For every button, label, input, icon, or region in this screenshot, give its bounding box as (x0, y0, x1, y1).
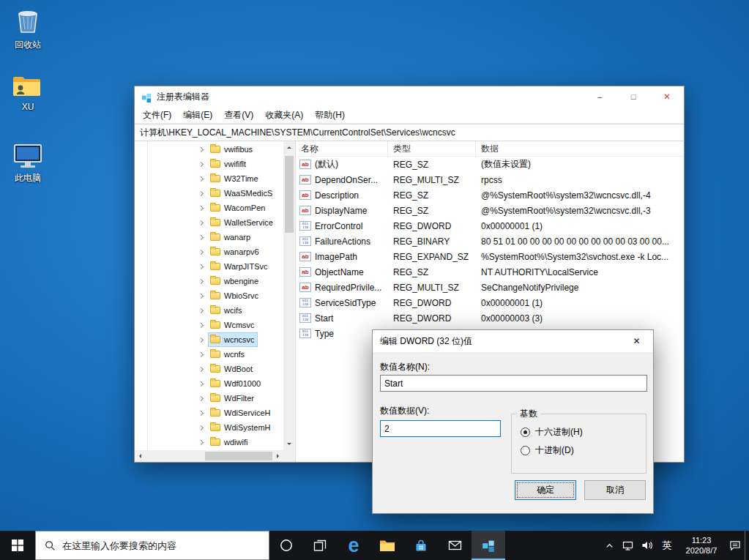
tree-item[interactable]: wdiwifi (135, 435, 283, 449)
chevron-right-icon[interactable] (198, 220, 204, 225)
mail-button[interactable] (438, 531, 472, 560)
desktop-icon-this-pc[interactable]: 此电脑 (4, 141, 51, 184)
search-input[interactable] (62, 540, 269, 551)
chevron-right-icon[interactable] (198, 322, 204, 327)
menu-item[interactable]: 收藏夹(A) (259, 108, 309, 123)
tree-item[interactable]: wanarpv6 (135, 244, 283, 259)
minimize-button[interactable]: – (583, 86, 616, 107)
close-button[interactable]: ✕ (650, 86, 684, 107)
column-header-type[interactable]: 类型 (388, 141, 476, 156)
chevron-right-icon[interactable] (198, 161, 204, 166)
cancel-button[interactable]: 取消 (584, 480, 646, 500)
value-row[interactable]: ServiceSidTypeREG_DWORD0x00000001 (1) (296, 295, 684, 310)
value-row[interactable]: DisplayNameREG_SZ@%SystemRoot%\system32\… (296, 203, 684, 218)
tree-item[interactable]: wbengine (135, 274, 283, 288)
taskbar-search[interactable] (35, 531, 269, 560)
tree-item[interactable]: WdiServiceH (135, 406, 283, 420)
tree-item[interactable]: W32Time (135, 171, 283, 186)
radio-hexadecimal[interactable]: 十六进制(H) (521, 426, 646, 438)
chevron-right-icon[interactable] (198, 249, 204, 254)
menu-item[interactable]: 查看(V) (218, 108, 259, 123)
desktop-icon-user-folder[interactable]: XU (4, 72, 51, 112)
tree-vertical-scrollbar[interactable] (283, 141, 295, 450)
chevron-right-icon[interactable] (198, 410, 204, 415)
scroll-thumb[interactable] (205, 452, 272, 460)
value-row[interactable]: ObjectNameREG_SZNT AUTHORITY\LocalServic… (296, 264, 684, 280)
chevron-right-icon[interactable] (198, 234, 204, 239)
tree-item[interactable]: wanarp (135, 230, 283, 244)
chevron-right-icon[interactable] (198, 351, 204, 356)
value-row[interactable]: DependOnSer...REG_MULTI_SZrpcss (296, 172, 684, 187)
ok-button[interactable]: 确定 (515, 480, 576, 500)
scroll-down-icon[interactable] (287, 443, 291, 447)
tree-item[interactable]: wcnfs (135, 347, 283, 362)
maximize-button[interactable]: □ (616, 86, 650, 107)
tree-item[interactable]: WalletService (135, 215, 283, 230)
column-header-name[interactable]: 名称 (296, 141, 388, 156)
column-header-data[interactable]: 数据 (476, 141, 684, 156)
value-row[interactable]: (默认)REG_SZ(数值未设置) (296, 157, 684, 172)
scroll-left-icon[interactable] (137, 454, 141, 458)
chevron-right-icon[interactable] (198, 425, 204, 430)
show-desktop-button[interactable] (745, 531, 749, 560)
network-button[interactable] (619, 531, 638, 560)
tree-item[interactable]: vwifibus (135, 142, 283, 157)
chevron-right-icon[interactable] (198, 278, 204, 283)
action-center-button[interactable] (726, 531, 745, 560)
tree-item[interactable]: WaaSMedicS (135, 186, 283, 201)
chevron-right-icon[interactable] (198, 366, 204, 371)
chevron-right-icon[interactable] (198, 205, 204, 210)
dialog-titlebar[interactable]: 编辑 DWORD (32 位)值 ✕ (373, 330, 653, 352)
value-row[interactable]: FailureActionsREG_BINARY80 51 01 00 00 0… (296, 234, 684, 249)
value-row[interactable]: ImagePathREG_EXPAND_SZ%SystemRoot%\Syste… (296, 249, 684, 264)
start-button[interactable] (0, 531, 35, 560)
menu-item[interactable]: 文件(F) (137, 108, 177, 123)
cortana-button[interactable] (269, 531, 303, 560)
tree-item[interactable]: WarpJITSvc (135, 259, 283, 274)
regedit-titlebar[interactable]: 注册表编辑器 – □ ✕ (135, 86, 684, 107)
tree-item[interactable]: WdiSystemH (135, 420, 283, 435)
volume-button[interactable] (638, 531, 657, 560)
tree-item[interactable]: Wdf01000 (135, 376, 283, 391)
store-button[interactable] (404, 531, 438, 560)
tree-item[interactable]: WbioSrvc (135, 288, 283, 303)
chevron-right-icon[interactable] (198, 307, 204, 313)
value-name-input[interactable] (380, 375, 647, 392)
value-row[interactable]: DescriptionREG_SZ@%SystemRoot%\system32\… (296, 187, 684, 203)
chevron-right-icon[interactable] (198, 190, 204, 195)
value-data-input[interactable] (380, 420, 501, 437)
tree-item[interactable]: wcncsvc (135, 332, 283, 347)
tree-horizontal-scrollbar[interactable] (135, 450, 283, 462)
chevron-right-icon[interactable] (198, 337, 204, 342)
dialog-close-button[interactable]: ✕ (620, 330, 653, 352)
regedit-taskbar-button[interactable] (472, 531, 505, 560)
chevron-right-icon[interactable] (198, 293, 204, 298)
value-row[interactable]: RequiredPrivile...REG_MULTI_SZSeChangeNo… (296, 280, 684, 295)
tree-item[interactable]: WdFilter (135, 391, 283, 406)
address-input[interactable] (135, 124, 684, 141)
scroll-thumb[interactable] (285, 156, 294, 233)
edge-button[interactable]: e (337, 531, 370, 560)
tree-item[interactable]: WacomPen (135, 201, 283, 215)
chevron-right-icon[interactable] (198, 146, 204, 152)
menu-item[interactable]: 帮助(H) (309, 108, 351, 123)
menu-item[interactable]: 编辑(E) (177, 108, 218, 123)
tree-item[interactable]: vwififlt (135, 157, 283, 171)
file-explorer-button[interactable] (370, 531, 404, 560)
radio-decimal[interactable]: 十进制(D) (521, 444, 646, 457)
scroll-right-icon[interactable] (277, 454, 281, 458)
tree-item[interactable]: wcifs (135, 303, 283, 318)
chevron-right-icon[interactable] (198, 381, 204, 386)
value-row[interactable]: StartREG_DWORD0x00000003 (3) (296, 310, 684, 326)
task-view-button[interactable] (303, 531, 337, 560)
chevron-right-icon[interactable] (198, 176, 204, 181)
chevron-right-icon[interactable] (198, 395, 204, 400)
scroll-up-icon[interactable] (287, 144, 291, 149)
chevron-right-icon[interactable] (198, 264, 204, 269)
clock[interactable]: 11:23 2020/8/7 (677, 531, 726, 560)
tree-item[interactable]: Wcmsvc (135, 318, 283, 332)
value-row[interactable]: ErrorControlREG_DWORD0x00000001 (1) (296, 218, 684, 234)
ime-indicator[interactable]: 英 (657, 531, 677, 560)
desktop-icon-recycle-bin[interactable]: 回收站 (4, 4, 51, 51)
chevron-right-icon[interactable] (198, 439, 204, 444)
